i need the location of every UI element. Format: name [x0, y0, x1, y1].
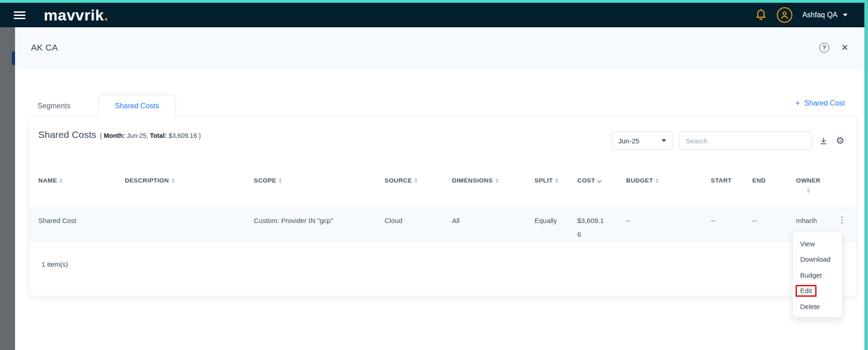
total-label: Total: — [150, 132, 167, 139]
notifications-bell-icon[interactable] — [755, 9, 767, 21]
app-logo: mavvrik. — [44, 6, 108, 24]
column-header-start[interactable]: START — [711, 169, 752, 193]
sort-icon — [279, 178, 282, 183]
cell-budget: -- — [626, 208, 711, 241]
sort-icon — [555, 178, 558, 183]
cell-dimensions: All — [452, 208, 534, 241]
cell-start: -- — [711, 208, 752, 241]
card-meta: ( Month: Jun-25, Total: $3,609.16 ) — [100, 132, 201, 139]
menu-item-edit[interactable]: Edit — [793, 283, 842, 299]
menu-item-view[interactable]: View — [793, 236, 842, 252]
menu-item-budget[interactable]: Budget — [793, 267, 842, 283]
navbar-right: Ashfaq QA — [755, 7, 847, 23]
row-context-menu: View Download Budget Edit Delete — [792, 232, 842, 318]
table-row[interactable]: Shared Cost Custom: Provider IN "gcp" Cl… — [29, 208, 857, 242]
sort-desc-icon — [597, 178, 602, 183]
column-header-dimensions[interactable]: DIMENSIONS — [452, 169, 534, 193]
sort-icon — [496, 178, 498, 183]
column-header-actions — [838, 169, 858, 193]
column-header-budget[interactable]: BUDGET — [626, 169, 711, 193]
items-count: 1 item(s) — [41, 260, 68, 268]
dimmed-background — [0, 27, 15, 350]
annotation-highlight-box: Edit — [796, 285, 817, 297]
top-border — [0, 0, 868, 3]
month-value: Jun-25, — [127, 132, 148, 139]
modal-header: AK CA ? ✕ — [15, 27, 864, 68]
sort-icon — [656, 178, 658, 183]
table-controls: Jun-25 ⚙ — [611, 132, 846, 150]
sort-icon — [807, 188, 810, 193]
column-header-scope[interactable]: SCOPE — [254, 169, 385, 193]
cell-end: -- — [752, 208, 796, 241]
download-icon[interactable] — [818, 135, 829, 146]
column-header-cost[interactable]: COST — [577, 169, 626, 193]
cell-name: Shared Cost — [38, 208, 125, 241]
month-select[interactable]: Jun-25 — [611, 132, 673, 150]
user-avatar-icon[interactable] — [777, 7, 792, 23]
cell-cost: $3,609.16 — [577, 208, 626, 241]
cell-description — [125, 208, 254, 241]
user-menu[interactable]: Ashfaq QA — [802, 11, 847, 19]
user-name: Ashfaq QA — [802, 11, 837, 19]
page: mavvrik. Ashfaq QA — [0, 0, 868, 350]
right-border — [864, 0, 868, 350]
column-header-description[interactable]: DESCRIPTION — [125, 169, 254, 193]
shared-costs-modal: AK CA ? ✕ Segments Shared Costs + Shared… — [15, 27, 864, 350]
hamburger-menu-icon[interactable] — [14, 10, 26, 21]
chevron-down-icon — [662, 139, 666, 142]
cell-source: Cloud — [385, 208, 452, 241]
column-header-split[interactable]: SPLIT — [534, 169, 577, 193]
sort-icon — [172, 178, 175, 183]
shared-costs-card: Shared Costs ( Month: Jun-25, Total: $3,… — [29, 116, 857, 296]
logo-dot: . — [104, 6, 108, 24]
column-header-owner[interactable]: OWNER — [796, 169, 838, 193]
menu-item-delete[interactable]: Delete — [793, 299, 842, 314]
sort-icon — [415, 178, 417, 183]
column-header-name[interactable]: NAME — [38, 169, 125, 193]
search-input[interactable] — [679, 132, 812, 150]
add-shared-cost-button[interactable]: + Shared Cost — [795, 96, 845, 110]
table-header-row: NAME DESCRIPTION SCOPE SOURCE DIMENSIONS… — [29, 169, 857, 193]
menu-item-download[interactable]: Download — [793, 252, 842, 268]
chevron-down-icon — [843, 14, 847, 16]
card-title: Shared Costs — [38, 129, 96, 140]
column-header-end[interactable]: END — [752, 169, 796, 193]
navbar: mavvrik. Ashfaq QA — [0, 3, 868, 27]
close-icon[interactable]: ✕ — [841, 43, 848, 52]
column-header-source[interactable]: SOURCE — [385, 169, 452, 193]
tab-shared-costs[interactable]: Shared Costs — [98, 95, 175, 117]
sort-icon — [60, 178, 62, 183]
modal-title: AK CA — [31, 43, 58, 53]
tab-segments[interactable]: Segments — [24, 95, 84, 117]
help-icon[interactable]: ? — [819, 43, 829, 53]
card-heading: Shared Costs ( Month: Jun-25, Total: $3,… — [38, 129, 201, 140]
cell-split: Equally — [534, 208, 577, 241]
total-value: $3,609.16 — [169, 132, 197, 139]
cell-scope: Custom: Provider IN "gcp" — [254, 208, 385, 241]
settings-gear-icon[interactable]: ⚙ — [835, 135, 846, 146]
plus-icon: + — [795, 98, 800, 108]
month-label: Month: — [104, 132, 125, 139]
